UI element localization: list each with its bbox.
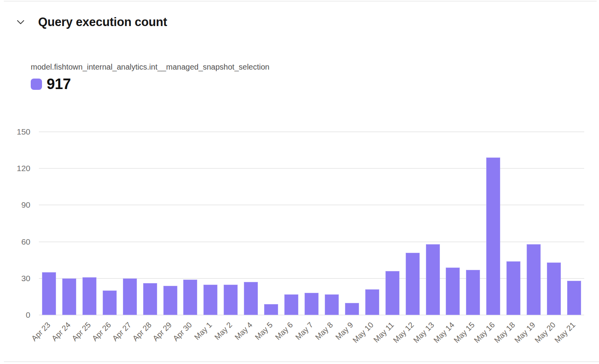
y-axis-tick-label: 120	[0, 164, 30, 173]
x-axis-tick-label: May 5	[253, 320, 274, 341]
x-axis-tick-label: May 20	[533, 320, 557, 345]
bar-apr-30[interactable]	[183, 280, 197, 315]
x-axis-tick-label: May 15	[452, 320, 476, 345]
x-axis-tick-label: May 16	[472, 320, 496, 345]
gridline	[39, 278, 584, 279]
bar-apr-28[interactable]	[143, 283, 157, 315]
bar-apr-29[interactable]	[163, 286, 177, 315]
bar-may-18[interactable]	[506, 261, 520, 315]
x-axis-tick-label: May 10	[351, 320, 375, 345]
x-axis-tick-label: Apr 30	[171, 320, 193, 343]
x-axis-tick-label: May 18	[492, 320, 517, 345]
bar-apr-27[interactable]	[123, 278, 137, 315]
bar-may-8[interactable]	[325, 294, 339, 315]
x-axis-tick-label: May 8	[314, 320, 335, 341]
bar-may-5[interactable]	[264, 304, 278, 315]
x-axis-tick-label: Apr 25	[70, 320, 92, 343]
gridline	[39, 168, 584, 169]
bar-may-13[interactable]	[426, 244, 440, 315]
bar-may-21[interactable]	[567, 281, 581, 315]
bar-may-4[interactable]	[244, 282, 258, 315]
bar-may-20[interactable]	[547, 262, 561, 315]
bottom-divider	[4, 361, 599, 362]
y-axis-tick-label: 60	[0, 237, 30, 247]
x-axis-tick-label: May 7	[293, 320, 314, 341]
x-axis-tick-label: May 6	[273, 320, 294, 341]
y-axis-tick-label: 0	[0, 310, 30, 320]
bar-may-1[interactable]	[203, 285, 217, 315]
bar-may-2[interactable]	[224, 285, 238, 315]
x-axis-tick-label: Apr 26	[90, 320, 112, 343]
x-axis-tick-label: May 2	[213, 320, 234, 341]
bar-may-6[interactable]	[284, 294, 298, 315]
bar-may-16[interactable]	[486, 158, 500, 315]
x-axis-tick-label: May 12	[391, 320, 415, 345]
gridline	[39, 131, 584, 132]
bar-may-7[interactable]	[305, 293, 319, 315]
x-axis-tick-label: Apr 27	[110, 320, 133, 343]
y-axis-tick-label: 90	[0, 200, 30, 210]
x-axis-tick-label: Apr 28	[131, 320, 153, 343]
x-axis-tick-label: May 1	[193, 320, 214, 341]
y-axis-tick-label: 150	[0, 127, 30, 136]
bar-apr-24[interactable]	[62, 278, 76, 315]
gridline	[39, 242, 584, 242]
x-axis-tick-label: May 11	[371, 320, 395, 344]
bar-may-11[interactable]	[385, 271, 399, 315]
bar-may-12[interactable]	[406, 253, 420, 315]
x-axis-tick-label: May 21	[553, 320, 577, 345]
gridline	[39, 205, 584, 205]
y-axis-tick-label: 30	[0, 274, 30, 283]
x-axis-tick-label: Apr 23	[30, 320, 52, 343]
execution-count-chart: 0306090120150Apr 23Apr 24Apr 25Apr 26Apr…	[0, 0, 599, 364]
x-axis-tick-label: Apr 29	[151, 320, 173, 343]
bar-may-15[interactable]	[466, 270, 480, 315]
x-axis-tick-label: May 14	[432, 320, 456, 345]
x-axis-tick-label: May 4	[233, 320, 254, 341]
bar-may-10[interactable]	[365, 289, 379, 315]
bar-apr-25[interactable]	[82, 277, 96, 315]
bar-may-14[interactable]	[446, 268, 460, 315]
bar-apr-26[interactable]	[103, 290, 117, 315]
bar-apr-23[interactable]	[42, 272, 56, 315]
x-axis-tick-label: Apr 24	[50, 320, 72, 343]
bar-may-19[interactable]	[527, 244, 541, 315]
bar-may-9[interactable]	[345, 303, 359, 315]
x-axis-tick-label: May 13	[412, 320, 436, 345]
x-axis-tick-label: May 19	[513, 320, 537, 345]
